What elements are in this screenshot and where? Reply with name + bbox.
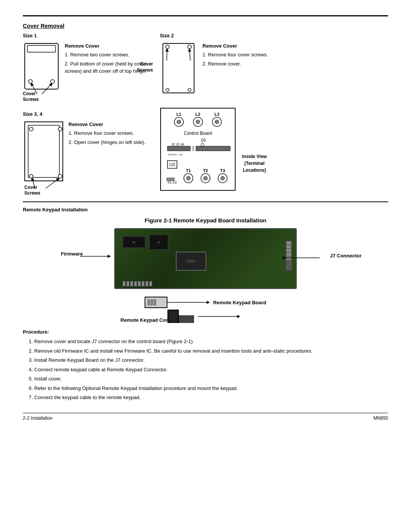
procedure-list: Remove cover and locate J7 connector on … — [34, 338, 388, 401]
keypad-board-arrow-svg — [167, 300, 213, 305]
size2-instruction-1: 1. Remove four cover screws. — [202, 51, 268, 59]
keypad-connector-assembly — [167, 310, 194, 323]
size34-svg — [23, 120, 65, 185]
svg-rect-51 — [167, 178, 174, 181]
svg-point-3 — [51, 80, 54, 83]
svg-point-20 — [188, 88, 191, 91]
keypad-board-row: Remote Keypad Board — [145, 297, 266, 308]
figure-title: Figure 2-1 Remote Keypad Board Installat… — [23, 217, 388, 224]
size2-remove-cover-title: Remove Cover — [202, 43, 268, 49]
size1-section: Size 1 — [23, 33, 152, 92]
svg-point-29 — [196, 120, 200, 124]
remote-keypad-section: Remote Keypad Installation Figure 2-1 Re… — [23, 207, 388, 401]
section-divider — [23, 201, 388, 202]
svg-text:T1: T1 — [186, 168, 191, 173]
procedure-step-2: Remove old Firmware IC and install new F… — [34, 347, 388, 355]
size2-section: Size 2 — [160, 33, 312, 96]
j7-connector-label: J7 Connector — [330, 253, 362, 259]
svg-text:D5: D5 — [201, 138, 206, 142]
svg-point-10 — [29, 174, 33, 178]
svg-rect-7 — [28, 125, 59, 177]
svg-line-17 — [167, 50, 167, 61]
connector-arrow-svg — [194, 311, 244, 322]
svg-point-33 — [201, 143, 204, 146]
size34-cover-screws-label: CoverScrews — [24, 185, 40, 197]
keypad-connector-row — [167, 310, 244, 323]
size34-section: Size 3, 4 — [23, 111, 152, 186]
svg-point-8 — [29, 127, 33, 131]
svg-text:115: 115 — [169, 163, 175, 167]
svg-text:xxxxxx—xx: xxxxxx—xx — [167, 153, 183, 156]
size34-diagram: CoverScrews — [23, 120, 65, 186]
terminal-board-svg: L1 L2 L3 Control Board D5 — [160, 107, 236, 191]
keypad-assembly: Remote Keypad Board — [145, 297, 266, 323]
size2-instructions: Remove Cover 1. Remove four cover screws… — [202, 42, 268, 67]
svg-text:J2 J3 J4: J2 J3 J4 — [171, 142, 184, 146]
inside-view-label: Inside View(TerminalLocations) — [242, 153, 267, 174]
svg-point-47 — [186, 176, 190, 180]
svg-point-48 — [204, 176, 207, 180]
svg-text:T2: T2 — [203, 168, 208, 173]
size1-diagram: CoverScrews — [23, 42, 61, 92]
size2-cover-screws-label: CoverScrews — [137, 61, 153, 73]
svg-point-11 — [58, 174, 62, 178]
procedure-step-5: Install cover. — [34, 375, 388, 383]
size1-remove-cover-title: Remove Cover — [65, 43, 152, 49]
connector-pins — [179, 312, 194, 323]
inside-view-section: L1 L2 L3 Control Board D5 — [160, 107, 312, 192]
keypad-board-rect — [145, 297, 167, 308]
procedure-step-3: Install Remote Keypad Board on the J7 co… — [34, 356, 388, 364]
page-footer: 2-2 Installation MN850 — [23, 413, 388, 421]
svg-text:L3: L3 — [215, 112, 220, 117]
ic-chip-2: IC — [149, 235, 168, 250]
svg-rect-35 — [167, 146, 190, 151]
svg-point-30 — [215, 120, 219, 124]
size34-instruction-2: 2. Open cover (hinges on left side). — [68, 139, 145, 146]
svg-point-28 — [177, 120, 181, 124]
svg-rect-37 — [196, 146, 230, 151]
size1-label: Size 1 — [23, 33, 152, 38]
ic-chip-1: IC — [123, 236, 145, 248]
procedure-title: Procedure: — [23, 329, 388, 335]
pcb-area: Firmware IC IC 5018 — [91, 228, 320, 289]
svg-point-2 — [29, 80, 32, 83]
keypad-connector-area: Remote Keypad Board — [91, 293, 320, 323]
svg-text:Control Board: Control Board — [184, 131, 212, 136]
size34-instruction-1: 1. Remove four cover screws. — [68, 129, 145, 137]
footer-right: MN850 — [373, 415, 388, 421]
procedure-step-4: Connect remote keypad cable at Remote Ke… — [34, 366, 388, 374]
svg-rect-36 — [192, 146, 194, 151]
connector-strip-bottom — [123, 281, 152, 286]
size2-svg — [160, 42, 198, 95]
size2-label: Size 2 — [160, 33, 312, 38]
svg-point-9 — [58, 127, 62, 131]
procedure-section: Procedure: Remove cover and locate J7 co… — [23, 329, 388, 401]
size1-svg — [23, 42, 61, 91]
procedure-step-6: Refer to the following Optional Remote K… — [34, 385, 388, 392]
svg-text:L1: L1 — [177, 112, 182, 117]
svg-point-15 — [166, 45, 169, 49]
svg-point-19 — [166, 88, 169, 91]
svg-point-16 — [188, 45, 191, 49]
size34-label: Size 3, 4 — [23, 111, 152, 117]
svg-text:L2: L2 — [196, 112, 201, 117]
j7-arrow-svg — [282, 256, 323, 260]
svg-point-49 — [221, 176, 225, 180]
page-top-border — [23, 15, 388, 16]
pcb-board: IC IC 5018 — [114, 228, 297, 289]
cover-removal-title: Cover Removal — [23, 22, 388, 29]
footer-left: 2-2 Installation — [23, 415, 53, 421]
svg-rect-1 — [27, 45, 56, 52]
remote-keypad-title: Remote Keypad Installation — [23, 207, 388, 212]
procedure-step-1: Remove cover and locate J7 connector on … — [34, 338, 388, 345]
connector-black-block — [167, 310, 179, 323]
svg-text:T3: T3 — [220, 168, 225, 173]
procedure-step-7: Connect the keypad cable to the remote k… — [34, 394, 388, 401]
remote-keypad-board-label: Remote Keypad Board — [213, 300, 266, 305]
size1-instruction-1: 1. Remove two cover screws. — [65, 51, 152, 59]
ic-chip-firmware: 5018 — [176, 252, 206, 271]
size34-instructions: Remove Cover 1. Remove four cover screws… — [68, 120, 145, 146]
size1-cover-screws-label: CoverScrews — [23, 91, 39, 103]
terminal-board-diagram: L1 L2 L3 Control Board D5 — [160, 107, 236, 192]
size2-instruction-2: 2. Remove cover. — [202, 60, 268, 68]
